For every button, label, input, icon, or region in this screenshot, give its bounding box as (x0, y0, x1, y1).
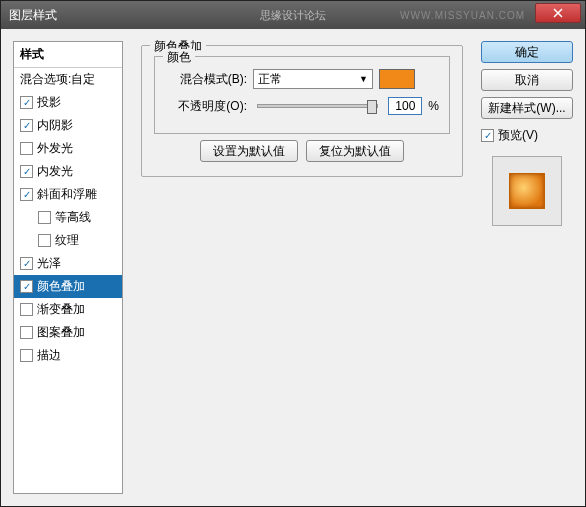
style-checkbox[interactable] (20, 280, 33, 293)
ok-button[interactable]: 确定 (481, 41, 573, 63)
sidebar-item-label: 描边 (37, 347, 61, 364)
sidebar-item-1[interactable]: 投影 (14, 91, 122, 114)
titlebar: 图层样式 思缘设计论坛 WWW.MISSYUAN.COM (1, 1, 585, 29)
sidebar-item-2[interactable]: 内阴影 (14, 114, 122, 137)
preview-label: 预览(V) (498, 127, 538, 144)
layer-style-dialog: 图层样式 思缘设计论坛 WWW.MISSYUAN.COM 样式 混合选项:自定投… (0, 0, 586, 507)
chevron-down-icon: ▼ (359, 74, 368, 84)
sidebar-item-label: 光泽 (37, 255, 61, 272)
reset-default-button[interactable]: 复位为默认值 (306, 140, 404, 162)
blend-mode-row: 混合模式(B): 正常 ▼ (165, 69, 439, 89)
preview-checkbox[interactable] (481, 129, 494, 142)
opacity-slider[interactable] (257, 104, 378, 108)
blend-mode-select[interactable]: 正常 ▼ (253, 69, 373, 89)
style-checkbox[interactable] (20, 303, 33, 316)
style-checkbox[interactable] (20, 349, 33, 362)
sidebar-item-label: 图案叠加 (37, 324, 85, 341)
titlebar-center-text: 思缘设计论坛 (260, 8, 326, 23)
color-group: 颜色 混合模式(B): 正常 ▼ 不透明度(O): (154, 56, 450, 134)
sidebar-header: 样式 (14, 42, 122, 68)
sidebar-item-label: 投影 (37, 94, 61, 111)
style-checkbox[interactable] (20, 96, 33, 109)
sidebar-item-6[interactable]: 等高线 (14, 206, 122, 229)
style-checkbox[interactable] (38, 234, 51, 247)
sidebar-item-12[interactable]: 描边 (14, 344, 122, 367)
cancel-button[interactable]: 取消 (481, 69, 573, 91)
sidebar-item-3[interactable]: 外发光 (14, 137, 122, 160)
color-overlay-group: 颜色叠加 颜色 混合模式(B): 正常 ▼ 不透明度(O): (141, 45, 463, 177)
styles-sidebar: 样式 混合选项:自定投影内阴影外发光内发光斜面和浮雕等高线纹理光泽颜色叠加渐变叠… (13, 41, 123, 494)
new-style-button[interactable]: 新建样式(W)... (481, 97, 573, 119)
style-checkbox[interactable] (20, 119, 33, 132)
sidebar-item-label: 等高线 (55, 209, 91, 226)
preview-thumbnail (492, 156, 562, 226)
right-column: 确定 取消 新建样式(W)... 预览(V) (481, 41, 573, 494)
style-checkbox[interactable] (20, 257, 33, 270)
sidebar-item-label: 渐变叠加 (37, 301, 85, 318)
style-checkbox[interactable] (20, 326, 33, 339)
opacity-input[interactable]: 100 (388, 97, 422, 115)
sidebar-item-10[interactable]: 渐变叠加 (14, 298, 122, 321)
sidebar-item-5[interactable]: 斜面和浮雕 (14, 183, 122, 206)
sidebar-item-label: 纹理 (55, 232, 79, 249)
opacity-row: 不透明度(O): 100 % (165, 97, 439, 115)
sidebar-item-9[interactable]: 颜色叠加 (14, 275, 122, 298)
sidebar-item-label: 内发光 (37, 163, 73, 180)
sidebar-item-label: 混合选项:自定 (20, 71, 95, 88)
close-button[interactable] (535, 3, 581, 23)
blend-mode-label: 混合模式(B): (165, 71, 247, 88)
opacity-label: 不透明度(O): (165, 98, 247, 115)
watermark: WWW.MISSYUAN.COM (400, 10, 525, 21)
style-checkbox[interactable] (38, 211, 51, 224)
slider-thumb[interactable] (367, 100, 377, 114)
default-buttons-row: 设置为默认值 复位为默认值 (154, 140, 450, 162)
opacity-unit: % (428, 99, 439, 113)
style-checkbox[interactable] (20, 165, 33, 178)
main-panel: 颜色叠加 颜色 混合模式(B): 正常 ▼ 不透明度(O): (133, 41, 471, 494)
sidebar-item-11[interactable]: 图案叠加 (14, 321, 122, 344)
sidebar-item-4[interactable]: 内发光 (14, 160, 122, 183)
color-swatch[interactable] (379, 69, 415, 89)
sidebar-item-0[interactable]: 混合选项:自定 (14, 68, 122, 91)
sidebar-item-7[interactable]: 纹理 (14, 229, 122, 252)
sidebar-item-label: 斜面和浮雕 (37, 186, 97, 203)
preview-swatch (509, 173, 545, 209)
close-icon (553, 8, 563, 18)
style-checkbox[interactable] (20, 142, 33, 155)
set-default-button[interactable]: 设置为默认值 (200, 140, 298, 162)
style-checkbox[interactable] (20, 188, 33, 201)
preview-toggle[interactable]: 预览(V) (481, 125, 573, 146)
color-group-label: 颜色 (163, 49, 195, 66)
blend-mode-value: 正常 (258, 71, 282, 88)
content-area: 样式 混合选项:自定投影内阴影外发光内发光斜面和浮雕等高线纹理光泽颜色叠加渐变叠… (1, 29, 585, 506)
sidebar-item-8[interactable]: 光泽 (14, 252, 122, 275)
sidebar-item-label: 外发光 (37, 140, 73, 157)
sidebar-item-label: 颜色叠加 (37, 278, 85, 295)
sidebar-item-label: 内阴影 (37, 117, 73, 134)
